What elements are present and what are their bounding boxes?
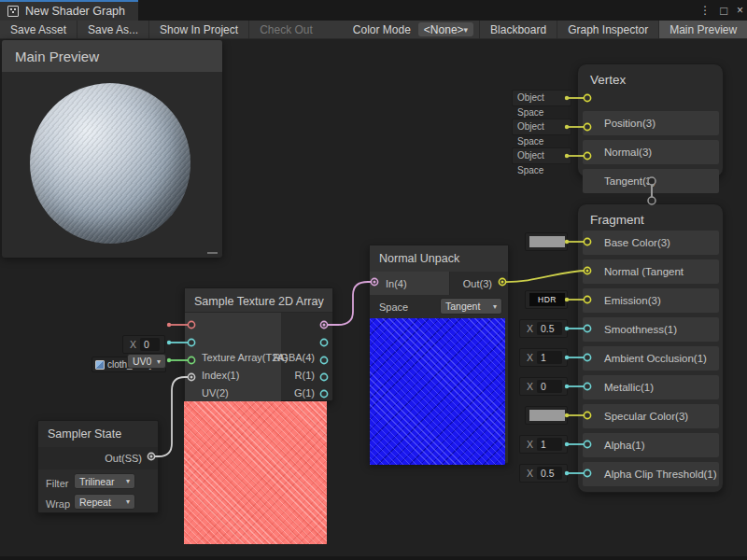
menu-icon[interactable]: ⋮ (699, 4, 711, 17)
chevron-down-icon: ▾ (126, 477, 130, 485)
fragment-port-emission[interactable]: Emission(3) (583, 288, 719, 313)
binding-badge-object-space[interactable]: Object Space (512, 147, 571, 164)
vertex-port-normal[interactable]: Normal(3) (583, 140, 719, 164)
vertex-node-title: Vertex (590, 73, 626, 87)
filter-dropdown[interactable]: Trilinear ▾ (74, 473, 135, 489)
graph-canvas[interactable]: Main Preview Vertex Position(3) Normal(3… (0, 39, 747, 560)
texture-asset-icon (95, 360, 105, 370)
main-preview-title: Main Preview (15, 49, 99, 64)
preview-sphere (30, 83, 190, 244)
vertex-context-node[interactable]: Vertex Position(3) Normal(3) Tangent(3) (577, 63, 724, 177)
tab-title: New Shader Graph (25, 5, 125, 18)
smoothness-value[interactable]: 0.5 (537, 322, 562, 335)
fragment-context-node[interactable]: Fragment Base Color(3) Normal (Tangent S… (577, 203, 724, 493)
graph-bottom-edge (0, 556, 747, 560)
fragment-port-alpha[interactable]: Alpha(1) (583, 433, 719, 457)
sample-texture-2d-array-node[interactable]: Sample Texture 2D Array Texture Array(T2… (184, 287, 333, 401)
smoothness-input[interactable]: X 0.5 (519, 319, 568, 338)
alpha-clip-threshold-value[interactable]: 0.5 (537, 467, 562, 480)
space-dropdown[interactable]: Tangent ▾ (440, 298, 502, 315)
toolbar: Save Asset Save As... Show In Project Ch… (0, 21, 747, 39)
close-icon[interactable]: × (737, 4, 743, 17)
index-input[interactable]: X 0 (122, 335, 165, 354)
fragment-port-alpha-clip[interactable]: Alpha Clip Threshold(1) (583, 462, 719, 486)
panel-resize-handle[interactable] (207, 252, 218, 254)
base-color-swatch[interactable] (525, 232, 568, 251)
window-controls: ⋮ □ × (699, 0, 743, 21)
output-sampler-state[interactable]: Out(SS) (105, 451, 142, 466)
wrap-label: Wrap (46, 497, 70, 511)
space-value: Tangent (445, 301, 480, 312)
color-swatch (529, 410, 565, 421)
alpha-value[interactable]: 1 (537, 438, 562, 451)
output-rgba[interactable]: RGBA(4) (273, 350, 315, 365)
main-preview-toggle-button[interactable]: Main Preview (659, 21, 747, 38)
show-in-project-button[interactable]: Show In Project (149, 21, 249, 38)
fragment-port-specular-color[interactable]: Specular Color(3) (583, 404, 719, 428)
filter-label: Filter (46, 476, 68, 491)
x-axis-label: X (527, 323, 533, 334)
alpha-clip-threshold-input[interactable]: X 0.5 (519, 464, 568, 483)
save-as-button[interactable]: Save As... (78, 21, 149, 38)
space-label: Space (379, 300, 408, 315)
vertex-port-position[interactable]: Position(3) (583, 111, 719, 135)
specular-color-swatch[interactable] (525, 406, 568, 425)
shader-graph-icon (7, 6, 19, 17)
color-mode-value: <None> (424, 23, 464, 36)
title-bar: New Shader Graph ⋮ □ × (0, 0, 747, 21)
metallic-value[interactable]: 0 (537, 380, 562, 393)
chevron-down-icon: ▾ (464, 25, 469, 35)
fragment-port-normal[interactable]: Normal (Tangent Space)(3) (583, 259, 719, 284)
maximize-icon[interactable]: □ (720, 4, 727, 18)
x-axis-label: X (527, 381, 533, 392)
x-axis-label: X (527, 439, 533, 450)
fragment-port-ambient-occlusion[interactable]: Ambient Occlusion(1) (583, 346, 719, 371)
main-preview-viewport[interactable] (2, 72, 222, 258)
normal-map-preview (370, 318, 505, 465)
x-axis-label: X (130, 339, 136, 350)
x-axis-label: X (527, 468, 533, 479)
fragment-port-base-color[interactable]: Base Color(3) (583, 231, 719, 255)
binding-badge-object-space[interactable]: Object Space (512, 119, 571, 135)
fragment-node-title: Fragment (590, 213, 644, 227)
wrap-dropdown[interactable]: Repeat ▾ (74, 494, 135, 510)
fragment-port-smoothness[interactable]: Smoothness(1) (583, 317, 719, 342)
emission-hdr-field[interactable]: HDR (525, 290, 568, 309)
input-uv[interactable]: UV(2) (202, 385, 229, 400)
alpha-input[interactable]: X 1 (519, 435, 568, 454)
wrap-value: Repeat (79, 497, 111, 508)
output-out3[interactable]: Out(3) (463, 276, 492, 291)
chevron-down-icon: ▾ (157, 357, 161, 366)
color-mode-dropdown[interactable]: <None> ▾ (418, 22, 473, 36)
input-in4[interactable]: In(4) (386, 276, 407, 291)
graph-inspector-toggle-button[interactable]: Graph Inspector (557, 21, 659, 38)
save-asset-button[interactable]: Save Asset (0, 21, 78, 38)
main-preview-header[interactable]: Main Preview (2, 40, 222, 72)
input-index[interactable]: Index(1) (202, 368, 239, 383)
x-axis-label: X (527, 352, 533, 363)
ambient-occlusion-value[interactable]: 1 (537, 351, 562, 364)
chevron-down-icon: ▾ (126, 497, 130, 506)
unity-shader-graph-window: New Shader Graph ⋮ □ × Save Asset Save A… (0, 0, 747, 560)
metallic-input[interactable]: X 0 (519, 377, 568, 396)
node-input-section (370, 272, 450, 295)
filter-value: Trilinear (79, 476, 115, 487)
normal-unpack-title: Normal Unpack (379, 252, 459, 265)
main-preview-panel: Main Preview (2, 40, 222, 258)
blackboard-toggle-button[interactable]: Blackboard (479, 21, 557, 38)
fragment-port-metallic[interactable]: Metallic(1) (583, 375, 719, 399)
color-mode-label: Color Mode (323, 21, 418, 38)
sample-texture-node-title: Sample Texture 2D Array (194, 295, 324, 308)
index-value[interactable]: 0 (140, 338, 160, 351)
normal-unpack-node[interactable]: Normal Unpack In(4) Out(3) Space Tangent… (369, 245, 509, 464)
ambient-occlusion-input[interactable]: X 1 (519, 348, 568, 367)
uv-channel-dropdown[interactable]: UV0 ▾ (127, 354, 166, 369)
sampler-state-node[interactable]: Sampler State Out(SS) Filter Trilinear ▾… (37, 420, 159, 513)
vertex-port-tangent[interactable]: Tangent(3) (583, 169, 719, 193)
output-r[interactable]: R(1) (295, 368, 315, 383)
cloth-texture-preview (184, 401, 327, 544)
color-swatch (529, 236, 565, 247)
output-g[interactable]: G(1) (294, 385, 315, 400)
binding-badge-object-space[interactable]: Object Space (512, 90, 571, 106)
tab-new-shader-graph[interactable]: New Shader Graph (0, 0, 138, 21)
